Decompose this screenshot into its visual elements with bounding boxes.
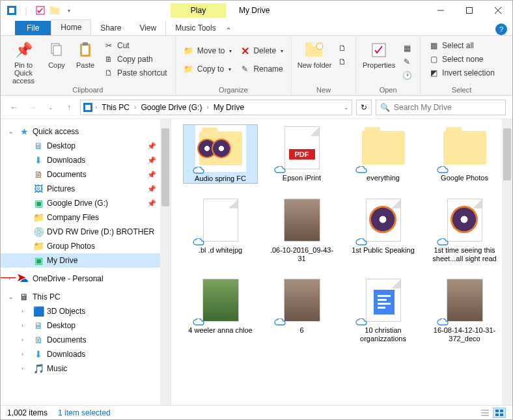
chevron-right-icon[interactable]: ›	[8, 275, 15, 282]
tree-label: Pictures	[47, 184, 75, 193]
tab-share[interactable]: Share	[91, 21, 130, 35]
edit-button[interactable]: ✎	[399, 56, 415, 68]
tab-file[interactable]: File	[15, 21, 51, 35]
easy-access-button[interactable]: 🗋	[335, 56, 350, 68]
tree-item-desktop[interactable]: 🖥Desktop📌	[1, 139, 171, 153]
tree-item-downloads[interactable]: ›⬇Downloads	[1, 347, 171, 361]
tree-item-desktop[interactable]: ›🖥Desktop	[1, 318, 171, 333]
properties-button[interactable]: Properties	[361, 38, 396, 69]
chevron-right-icon[interactable]: ›	[21, 322, 28, 329]
pin-to-quick-access-button[interactable]: 📌 Pin to Quick access	[6, 38, 41, 85]
file-tile[interactable]: .bl .d whitejpg	[183, 197, 258, 263]
chevron-right-icon[interactable]: ›	[206, 104, 208, 111]
tab-music-tools[interactable]: Music Tools	[165, 21, 225, 35]
chevron-right-icon[interactable]: ›	[21, 337, 28, 343]
content-scrollbar[interactable]	[502, 119, 512, 406]
paste-shortcut-button[interactable]: 🗋Paste shortcut	[101, 67, 170, 79]
qat-folder-icon[interactable]	[48, 3, 62, 18]
file-tile[interactable]: 16-08-14-12-10-31-372_deco	[427, 277, 502, 343]
file-tile[interactable]: 6	[264, 277, 339, 343]
chevron-right-icon[interactable]: ›	[21, 308, 28, 315]
crumb-folder[interactable]: My Drive	[212, 102, 246, 113]
view-details-button[interactable]	[478, 408, 492, 418]
file-tile[interactable]: 1st Public Speaking	[346, 197, 421, 263]
tree-label: This PC	[33, 292, 61, 301]
qat-properties-icon[interactable]	[33, 3, 48, 18]
back-button[interactable]: ←	[7, 100, 21, 115]
tree-item-pictures[interactable]: 🖼Pictures📌	[1, 182, 171, 196]
tree-item-3d-objects[interactable]: ›🟦3D Objects	[1, 304, 171, 318]
tree-quick-access[interactable]: ⌄ ★ Quick access	[1, 124, 171, 139]
paste-button[interactable]: Paste	[72, 38, 98, 69]
chevron-right-icon[interactable]: ›	[134, 104, 136, 111]
move-to-button[interactable]: 📁Move to▾	[181, 45, 235, 57]
cloud-overlay-icon	[193, 318, 204, 326]
refresh-button[interactable]: ↻	[356, 100, 372, 115]
address-dropdown-icon[interactable]: ⌄	[344, 104, 349, 111]
select-none-button[interactable]: ▢Select none	[426, 53, 497, 65]
recent-locations-button[interactable]: ⌄	[44, 100, 58, 115]
new-folder-button[interactable]: New folder	[297, 38, 332, 69]
pin-icon: 📌	[147, 171, 156, 179]
tree-onedrive[interactable]: › ☁ OneDrive - Personal	[1, 272, 171, 286]
tree-item-documents[interactable]: 🗎Documents📌	[1, 167, 171, 182]
file-tile[interactable]: everything	[346, 124, 421, 184]
tree-item-my-drive[interactable]: ▣My Drive	[1, 253, 171, 268]
view-large-icons-button[interactable]	[493, 408, 506, 418]
chevron-right-icon[interactable]: ›	[21, 351, 28, 357]
copy-button[interactable]: Copy	[44, 38, 70, 69]
tree-item-dvd-rw-drive-d-brother[interactable]: 💿DVD RW Drive (D:) BROTHER	[1, 225, 171, 239]
qat-app-icon[interactable]	[5, 3, 19, 18]
scrollbar-thumb[interactable]	[161, 128, 169, 206]
tree-item-documents[interactable]: ›🗎Documents	[1, 333, 171, 347]
file-tile[interactable]: Audio spring FC	[183, 124, 258, 184]
file-tile[interactable]: 1st time seeing this sheet...all sight r…	[427, 197, 502, 263]
file-tile[interactable]: 4 weeler anna chloe	[183, 277, 258, 343]
tree-item-company-files[interactable]: 📁Company Files	[1, 210, 171, 225]
tree-this-pc[interactable]: ⌄ 🖥 This PC	[1, 290, 171, 304]
chevron-down-icon[interactable]: ⌄	[8, 128, 15, 135]
file-tile[interactable]: 10 christian organizzations	[346, 277, 421, 343]
invert-selection-button[interactable]: ◩Invert selection	[426, 67, 497, 79]
folder-icon: ▣	[33, 255, 44, 266]
tree-item-music[interactable]: ›🎵Music	[1, 361, 171, 376]
qat-dropdown-icon[interactable]: ▾	[62, 3, 76, 18]
tab-home[interactable]: Home	[51, 20, 91, 35]
content-pane[interactable]: Audio spring FCPDFEpson iPrinteverything…	[171, 119, 512, 406]
rename-button[interactable]: ✎Rename	[237, 63, 286, 75]
up-button[interactable]: ↑	[62, 100, 76, 115]
ribbon-collapse-icon[interactable]: ⌃	[225, 26, 232, 35]
maximize-button[interactable]	[455, 1, 484, 20]
new-item-button[interactable]: 🗋	[335, 42, 350, 54]
delete-button[interactable]: ✕Delete▾	[237, 45, 286, 57]
crumb-this-pc[interactable]: This PC	[100, 102, 132, 113]
forward-button[interactable]: →	[25, 100, 40, 115]
address-bar[interactable]: › This PC › Google Drive (G:) › My Drive…	[80, 100, 352, 115]
file-tile[interactable]: Google Photos	[427, 124, 502, 184]
file-grid: Audio spring FCPDFEpson iPrinteverything…	[183, 124, 512, 343]
chevron-right-icon[interactable]: ›	[95, 104, 97, 111]
open-button[interactable]: ▦	[399, 42, 415, 54]
file-tile[interactable]: PDFEpson iPrint	[264, 124, 339, 184]
tree-item-google-drive-g-[interactable]: ▣Google Drive (G:)📌	[1, 196, 171, 210]
copy-to-button[interactable]: 📁Copy to▾	[181, 63, 235, 75]
tree-label: Desktop	[47, 141, 76, 150]
cut-button[interactable]: ✂Cut	[101, 40, 170, 51]
nav-scrollbar[interactable]	[160, 119, 171, 406]
file-thumbnail	[439, 197, 490, 244]
chevron-right-icon[interactable]: ›	[21, 365, 28, 372]
history-button[interactable]: 🕑	[399, 70, 415, 81]
minimize-button[interactable]	[426, 1, 455, 20]
close-button[interactable]	[484, 1, 512, 20]
tree-item-downloads[interactable]: ⬇Downloads📌	[1, 153, 171, 167]
chevron-down-icon[interactable]: ⌄	[8, 294, 15, 300]
tab-view[interactable]: View	[130, 21, 165, 35]
scrollbar-thumb[interactable]	[503, 128, 511, 180]
tree-item-group-photos[interactable]: 📁Group Photos	[1, 239, 171, 253]
select-all-button[interactable]: ▦Select all	[426, 40, 497, 51]
copy-path-button[interactable]: 🗎Copy path	[101, 53, 170, 65]
help-icon[interactable]: ?	[495, 23, 507, 35]
search-box[interactable]: 🔍 Search My Drive	[376, 100, 506, 115]
file-tile[interactable]: .06-10-2016_09-43-31	[264, 197, 339, 263]
crumb-drive[interactable]: Google Drive (G:)	[139, 102, 204, 113]
